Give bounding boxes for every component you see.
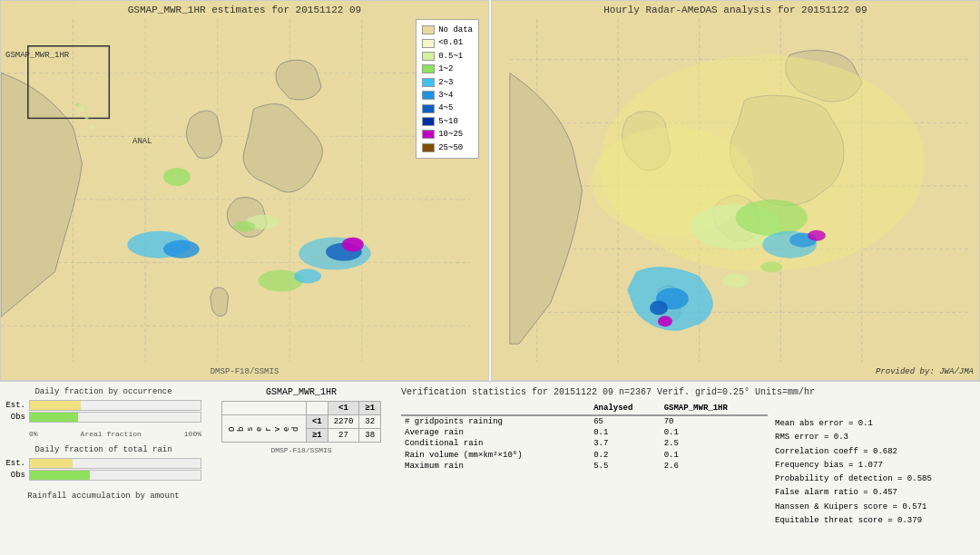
verif-right-stats: Mean abs error = 0.1 RMS error = 0.3 Cor… [775,403,975,528]
legend-label-5: 5~10 [438,115,458,128]
legend-item-25: 25~50 [422,141,473,154]
svg-point-48 [722,274,750,288]
legend-label-2: 2~3 [438,76,453,89]
verif-gsmap-1: 0.1 [661,427,768,438]
occurrence-chart: Est. Obs [5,400,201,423]
svg-point-14 [163,240,200,258]
provided-by: Provided by: JWA/JMA [876,367,974,376]
svg-point-47 [808,230,826,241]
svg-point-49 [760,262,782,273]
legend-label-05: 0.5~1 [438,50,463,63]
verif-label-2: Conditional rain [401,438,590,449]
legend-item-001: <0.01 [422,36,473,49]
legend-label-25: 25~50 [438,141,463,154]
verif-label-4: Maximum rain [401,461,590,472]
legend-item-4: 4~5 [422,102,473,114]
legend-label-1: 1~2 [438,63,453,75]
svg-point-24 [84,116,88,120]
verif-gsmap-2: 2.5 [661,438,768,449]
obs-bar-occurrence: Obs [5,412,201,423]
val-ge1-ge1: 38 [359,429,381,443]
contingency-row-lt1: Observed <1 2270 32 [221,415,380,429]
svg-point-22 [234,221,256,232]
val-lt1-lt1: 2270 [328,415,359,429]
obs-bar-container-1 [29,412,201,423]
val-ge1-lt1: 27 [328,429,359,443]
stat-0: Mean abs error = 0.1 [775,417,975,431]
est-bar-container-2 [29,458,201,469]
bottom-left-charts: Daily fraction by occurrence Est. Obs 0% [4,385,203,551]
legend-item-2: 2~3 [422,76,473,89]
occurrence-axis: 0% Areal fraction 100% [29,430,201,438]
right-map-panel: Hourly Radar-AMeDAS analysis for 2015112… [491,0,980,381]
est-bar-occurrence: Est. [5,400,201,411]
verif-gsmap-3: 0.1 [661,449,768,461]
verif-analysed-3: 0.2 [590,449,660,461]
col-ge1: ≥1 [359,402,381,415]
rain-title: Daily fraction of total rain [5,445,201,454]
est-bar-fill-1 [30,401,81,410]
row-ge1: ≥1 [306,429,328,443]
legend-color-2 [422,78,435,87]
right-map-svg [492,1,979,380]
verif-title: Verification statistics for 20151122 09 … [401,387,975,397]
obs-bar-fill-1 [30,413,78,422]
svg-point-15 [163,168,191,186]
verif-row-1: Average rain 0.1 0.1 [401,427,768,438]
legend-color-3 [422,91,435,100]
legend-color-1 [422,64,435,73]
main-container: GSMAP_MWR_1HR estimates for 20151122 09 [0,0,980,555]
maps-row: GSMAP_MWR_1HR estimates for 20151122 09 [0,0,980,381]
right-map-title: Hourly Radar-AMeDAS analysis for 2015112… [603,5,867,15]
legend-color-10 [422,130,435,139]
verif-row-4: Maximum rain 5.5 2.6 [401,461,768,472]
stat-3: Frequency bias = 1.077 [775,459,975,472]
verif-left: Analysed GSMAP_MWR_1HR # gridpoints rain… [401,403,768,528]
legend-label-4: 4~5 [438,102,453,114]
svg-point-25 [76,102,80,106]
legend-color-05 [422,52,435,61]
dmsp-label-table: DMSP-F18/SSMIS [212,446,390,454]
gsmap-label: GSMAP_MWR_1HR [5,51,69,60]
verif-analysed-4: 5.5 [590,461,660,472]
stat-5: False alarm ratio = 0.457 [775,486,975,500]
stat-4: Probability of detection = 0.585 [775,472,975,486]
verif-container: Analysed GSMAP_MWR_1HR # gridpoints rain… [401,403,975,528]
est-bar-fill-2 [30,459,73,468]
legend-color-5 [422,117,435,126]
legend-color-nodata [422,25,435,34]
legend-label-10: 10~25 [438,128,463,141]
legend-color-25 [422,143,435,152]
bottom-row: Daily fraction by occurrence Est. Obs 0% [0,381,980,555]
legend-item-10: 10~25 [422,128,473,141]
legend-item-nodata: No data [422,24,473,36]
axis-100-1: 100% [184,430,201,438]
left-map-title: GSMAP_MWR_1HR estimates for 20151122 09 [128,5,361,15]
stat-2: Correlation coeff = 0.682 [775,445,975,459]
verif-analysed-0: 65 [590,415,660,427]
row-lt1: <1 [306,415,328,429]
verif-gsmap-0: 70 [661,415,768,427]
svg-point-43 [650,300,668,315]
verif-table: Analysed GSMAP_MWR_1HR # gridpoints rain… [401,403,768,472]
obs-bar-rain: Obs [5,470,201,481]
legend-item-5: 5~10 [422,115,473,128]
verif-gsmap-4: 2.6 [661,461,768,472]
legend-label-nodata: No data [438,24,473,36]
anal-label: ANAL [132,137,152,146]
stat-1: RMS error = 0.3 [775,431,975,444]
legend-item-05: 0.5~1 [422,50,473,63]
svg-point-44 [658,316,672,326]
obs-label-1: Obs [5,413,25,422]
contingency-table: <1 ≥1 Observed <1 2270 32 ≥1 27 38 [221,401,381,443]
est-bar-rain: Est. [5,458,201,469]
verif-label-3: Rain volume (mm×km²×10⁶) [401,449,590,461]
est-label-2: Est. [5,459,25,468]
svg-point-23 [80,106,85,112]
verif-row-2: Conditional rain 3.7 2.5 [401,438,768,449]
est-bar-container-1 [29,400,201,411]
col-label-header [401,403,590,415]
rain-chart: Est. Obs [5,458,201,481]
obs-bar-fill-2 [30,471,90,480]
val-lt1-ge1: 32 [359,415,381,429]
